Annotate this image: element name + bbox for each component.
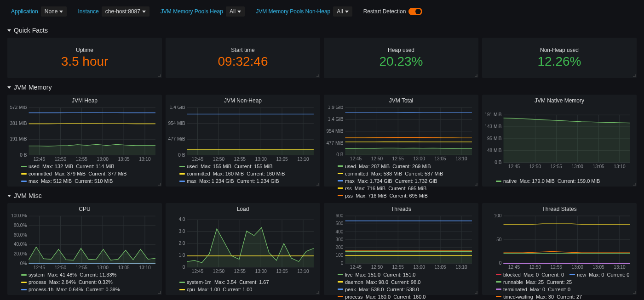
var-pools-nonheap-value[interactable]: All (333, 6, 352, 17)
resize-handle[interactable] (158, 291, 161, 294)
legend-swatch (338, 195, 343, 196)
var-instance-value[interactable]: che-host:8087 (102, 6, 150, 17)
legend-swatch (338, 289, 343, 290)
section-toggle-jvm-misc[interactable]: JVM Misc (0, 188, 644, 201)
section-toggle-quick-facts[interactable]: Quick Facts (0, 23, 644, 36)
svg-text:13:05: 13:05 (592, 265, 604, 270)
panel-heap-used[interactable]: Heap used 20.23% (324, 38, 478, 78)
panel-title: JVM Total (324, 95, 478, 105)
panel-nonheap-used[interactable]: Non-Heap used 12.26% (482, 38, 637, 78)
legend-item[interactable]: system-1m Max: 3.54 Current: 1.67 (179, 279, 269, 285)
svg-text:0: 0 (183, 265, 185, 270)
var-application[interactable]: Application None (7, 5, 70, 18)
resize-handle[interactable] (158, 74, 161, 77)
legend-item[interactable]: committed Max: 379 MiB Current: 377 MiB (21, 171, 126, 176)
legend-item[interactable]: runnable Max: 25 Current: 25 (496, 279, 572, 285)
legend-label: peak Max: 538.0 Current: 538.0 (345, 287, 419, 292)
panel-start-time[interactable]: Start time 09:32:46 (166, 38, 320, 78)
var-pools-heap[interactable]: JVM Memory Pools Heap All (157, 5, 248, 18)
legend-item[interactable]: used Max: 155 MiB Current: 155 MiB (179, 164, 272, 169)
legend-item[interactable]: max Max: 1.234 GiB Current: 1.234 GiB (179, 178, 279, 184)
legend-item[interactable]: process Max: 160.0 Current: 160.0 (338, 294, 426, 300)
legend-item[interactable]: used Max: 132 MiB Current: 114 MiB (21, 164, 114, 169)
resize-handle[interactable] (633, 74, 636, 77)
legend-item[interactable]: rss Max: 716 MiB Current: 695 MiB (338, 186, 426, 191)
resize-handle[interactable] (475, 183, 477, 186)
legend-item[interactable]: committed Max: 160 MiB Current: 160 MiB (179, 171, 285, 176)
legend-item[interactable]: max Max: 1.734 GiB Current: 1.732 GiB (338, 178, 437, 184)
svg-text:12:45: 12:45 (350, 265, 362, 270)
var-application-value[interactable]: None (41, 6, 67, 17)
resize-handle[interactable] (158, 183, 161, 186)
var-instance-value-text: che-host:8087 (105, 8, 140, 15)
legend-item[interactable]: peak Max: 538.0 Current: 538.0 (338, 287, 419, 292)
legend-item[interactable]: terminated Max: 0 Current: 0 (496, 287, 570, 292)
panel-threads[interactable]: Threads010020030040050060012:4512:5012:5… (324, 203, 478, 295)
chevron-down-icon (7, 86, 11, 89)
legend-item[interactable]: used Max: 287 MiB Current: 269 MiB (338, 164, 431, 169)
legend-item[interactable]: live Max: 151.0 Current: 151.0 (338, 272, 415, 277)
svg-text:13:05: 13:05 (434, 156, 446, 161)
var-instance[interactable]: Instance che-host:8087 (74, 5, 153, 18)
resize-handle[interactable] (316, 74, 319, 77)
legend-swatch (496, 281, 501, 283)
svg-text:143 MiB: 143 MiB (484, 124, 501, 129)
panel-jvm_total[interactable]: JVM Total0 B477 MiB954 MiB1.4 GiB1.9 GiB… (324, 95, 478, 187)
svg-text:12:45: 12:45 (34, 265, 46, 270)
svg-text:2.0: 2.0 (178, 241, 185, 246)
chart-legend: system-1m Max: 3.54 Current: 1.67cpu Max… (166, 278, 320, 295)
resize-handle[interactable] (475, 291, 477, 294)
svg-text:50: 50 (496, 237, 502, 242)
svg-text:13:00: 13:00 (255, 269, 267, 274)
panel-title: JVM Non-Heap (166, 95, 320, 105)
resize-handle[interactable] (633, 183, 636, 186)
legend-item[interactable]: native Max: 179.0 MiB Current: 159.0 MiB (496, 178, 600, 184)
svg-text:12:55: 12:55 (76, 157, 88, 162)
legend-item[interactable]: daemon Max: 98.0 Current: 98.0 (338, 279, 420, 285)
panel-thread_states[interactable]: Thread States05010012:4512:5012:5513:001… (482, 203, 637, 295)
legend-label: used Max: 287 MiB Current: 269 MiB (345, 164, 431, 169)
panel-uptime[interactable]: Uptime 3.5 hour (7, 38, 162, 78)
legend-label: committed Max: 160 MiB Current: 160 MiB (187, 171, 285, 176)
svg-text:0 B: 0 B (494, 160, 501, 165)
panel-jvm_native[interactable]: JVM Native Memory0 B48 MiB95 MiB143 MiB1… (482, 95, 637, 187)
legend-item[interactable]: process-1h Max: 0.64% Current: 0.39% (21, 287, 120, 292)
var-pools-heap-value[interactable]: All (226, 6, 245, 17)
panel-jvm_heap[interactable]: JVM Heap0 B191 MiB381 MiB572 MiB12:4512:… (7, 95, 162, 187)
restart-detection-label: Restart Detection (363, 8, 406, 15)
chart-body: 010020030040050060012:4512:5012:5513:001… (324, 213, 478, 271)
legend-item[interactable]: pss Max: 716 MiB Current: 695 MiB (338, 193, 428, 198)
legend-item[interactable]: cpu Max: 1.00 Current: 1.00 (179, 287, 252, 292)
var-pools-nonheap[interactable]: JVM Memory Pools Non-Heap All (252, 5, 356, 18)
svg-text:13:05: 13:05 (592, 164, 604, 169)
resize-handle[interactable] (475, 74, 477, 77)
resize-handle[interactable] (316, 291, 319, 294)
svg-text:0 B: 0 B (20, 153, 27, 158)
svg-text:95 MiB: 95 MiB (487, 136, 502, 141)
legend-item[interactable]: blocked Max: 0 Current: 0 (496, 272, 564, 277)
chart-svg: 0 B477 MiB954 MiB1.4 GiB1.9 GiB12:4512:5… (326, 106, 475, 162)
legend-item[interactable]: timed-waiting Max: 30 Current: 27 (496, 294, 582, 300)
panel-load[interactable]: Load01.02.03.04.012:4512:5012:5513:0013:… (166, 203, 320, 295)
resize-handle[interactable] (633, 291, 636, 294)
legend-item[interactable]: new Max: 0 Current: 0 (569, 272, 629, 277)
svg-text:13:00: 13:00 (414, 265, 426, 270)
legend-item[interactable]: system Max: 41.48% Current: 11.33% (21, 272, 116, 277)
legend-item[interactable]: process Max: 2.84% Current: 0.32% (21, 279, 113, 285)
chart-svg: 0 B191 MiB381 MiB572 MiB12:4512:5012:551… (9, 106, 158, 162)
svg-text:13:10: 13:10 (614, 265, 626, 270)
legend-item[interactable]: max Max: 512 MiB Current: 510 MiB (21, 178, 113, 184)
section-toggle-jvm-memory[interactable]: JVM Memory (0, 80, 644, 93)
chart-legend: live Max: 151.0 Current: 151.0daemon Max… (324, 271, 478, 300)
legend-swatch (21, 274, 27, 276)
section-title: JVM Misc (14, 192, 42, 199)
panel-title: Start time (166, 44, 320, 54)
chart-body: 0 B477 MiB954 MiB1.4 GiB1.9 GiB12:4512:5… (324, 105, 478, 163)
legend-swatch (21, 166, 27, 167)
panel-cpu[interactable]: CPU0%20.0%40.0%60.0%80.0%100.0%12:4512:5… (7, 203, 162, 295)
resize-handle[interactable] (316, 183, 319, 186)
svg-text:13:05: 13:05 (276, 157, 288, 162)
restart-detection-switch[interactable] (408, 8, 422, 15)
legend-item[interactable]: committed Max: 538 MiB Current: 537 MiB (338, 171, 443, 176)
panel-jvm_nonheap[interactable]: JVM Non-Heap0 B477 MiB954 MiB1.4 GiB12:4… (166, 95, 320, 187)
